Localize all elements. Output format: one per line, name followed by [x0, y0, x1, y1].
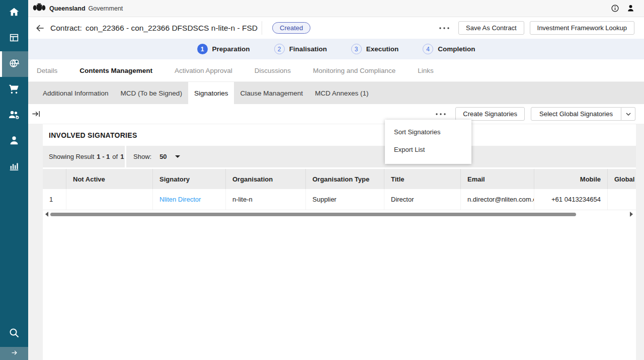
sidebar-item-dashboard[interactable]	[0, 26, 28, 51]
scroll-right-icon[interactable]	[630, 212, 633, 217]
results-count: Showing Result 1 - 1 of 1	[43, 146, 125, 167]
select-global-signatories-button[interactable]: Select Global Signatories	[531, 107, 621, 121]
page-size-value[interactable]: 50	[159, 153, 167, 160]
investment-framework-lookup-button[interactable]: Investment Framework Lookup	[530, 21, 634, 35]
signatories-context-menu: Sort Signatories Export List	[385, 120, 471, 164]
tab-links[interactable]: Links	[418, 67, 434, 74]
results-range: 1 - 1	[97, 153, 110, 160]
tab-discussions[interactable]: Discussions	[255, 67, 291, 74]
tab-monitoring-and-compliance[interactable]: Monitoring and Compliance	[313, 67, 395, 74]
signatories-toolbar: Create Signatories Select Global Signato…	[28, 104, 644, 124]
step-execution[interactable]: 3 Execution	[351, 44, 399, 54]
sidebar-item-suppliers[interactable]	[0, 103, 28, 128]
info-icon[interactable]	[611, 4, 619, 13]
step-label: Finalisation	[289, 45, 327, 53]
cell-global	[607, 189, 636, 210]
back-button[interactable]	[35, 23, 48, 33]
tab-contents-management[interactable]: Contents Management	[79, 67, 152, 74]
step-number: 4	[423, 44, 433, 54]
tab-details[interactable]: Details	[37, 67, 57, 74]
cell-mobile: +61 0413234654	[534, 189, 607, 210]
create-signatories-button[interactable]: Create Signatories	[455, 107, 525, 121]
person-icon	[9, 135, 20, 148]
signatories-more-options-button[interactable]	[432, 110, 449, 119]
scrollbar-thumb[interactable]	[50, 213, 576, 216]
results-total: 1	[120, 153, 124, 160]
globe-search-icon	[9, 57, 20, 71]
show-label: Show:	[133, 153, 151, 160]
brand-suffix: Government	[89, 5, 123, 12]
queensland-government-logo: Queensland Government	[32, 2, 123, 15]
main-tabs: Details Contents Management Activation A…	[28, 59, 644, 82]
save-as-contract-button[interactable]: Save As Contract	[458, 21, 524, 35]
arrow-right-icon	[11, 349, 18, 358]
sidebar-item-sourcing[interactable]	[0, 51, 28, 77]
cell-signatory-link[interactable]: Nliten Director	[152, 189, 225, 210]
cell-index: 1	[43, 189, 66, 210]
table-row: 1 Nliten Director n-lite-n Supplier Dire…	[43, 189, 636, 210]
scroll-left-icon[interactable]	[45, 212, 48, 217]
signatories-table-header: Not Active Signatory Organisation Organi…	[43, 169, 636, 189]
brand-name: Queensland	[49, 5, 86, 12]
bar-chart-icon	[9, 160, 20, 173]
cart-icon	[9, 83, 20, 97]
col-signatory: Signatory	[152, 169, 225, 189]
sidebar-item-search[interactable]	[0, 321, 28, 347]
col-email: Email	[460, 169, 534, 189]
chevron-down-icon[interactable]	[621, 107, 635, 121]
header-more-options-button[interactable]	[436, 24, 453, 33]
sidebar-item-home[interactable]	[0, 0, 28, 26]
cell-title: Director	[384, 189, 460, 210]
step-number: 2	[274, 44, 285, 54]
step-label: Completion	[438, 45, 475, 53]
subtab-clause-management[interactable]: Clause Management	[234, 82, 309, 104]
sidebar-item-profile[interactable]	[0, 128, 28, 154]
step-number: 1	[197, 44, 208, 54]
search-icon	[8, 327, 20, 341]
col-title: Title	[384, 169, 460, 189]
menu-item-sort-signatories[interactable]: Sort Signatories	[385, 123, 471, 141]
sub-tabs: Additional Information MCD (To be Signed…	[28, 82, 644, 104]
dashboard-icon	[9, 32, 20, 45]
step-completion[interactable]: 4 Completion	[423, 44, 475, 54]
subtab-mcd-annexes[interactable]: MCD Annexes (1)	[309, 82, 375, 104]
subtab-mcd-to-be-signed[interactable]: MCD (To be Signed)	[115, 82, 188, 104]
tab-activation-approval[interactable]: Activation Approval	[175, 67, 232, 74]
page-size-dropdown-icon[interactable]	[175, 155, 180, 158]
cell-not-active[interactable]	[66, 189, 152, 210]
sidebar-item-reports[interactable]	[0, 154, 28, 179]
col-organisation-type: Organisation Type	[305, 169, 384, 189]
col-index	[43, 169, 66, 189]
step-preparation[interactable]: 1 Preparation	[197, 44, 250, 54]
col-mobile: Mobile	[534, 169, 607, 189]
col-global: Global	[607, 169, 636, 189]
cell-organisation-type: Supplier	[305, 189, 384, 210]
user-account-icon[interactable]	[626, 4, 635, 13]
home-icon	[9, 7, 20, 20]
menu-item-export-list[interactable]: Export List	[385, 141, 471, 158]
step-finalisation[interactable]: 2 Finalisation	[274, 44, 327, 54]
users-check-icon	[8, 109, 20, 123]
topbar: Queensland Government	[28, 0, 644, 17]
step-label: Execution	[366, 45, 399, 53]
contract-title-bar: Contract: con_22366 - con_22366 DFSDSCS …	[28, 17, 644, 39]
workflow-stepper: 1 Preparation 2 Finalisation 3 Execution…	[28, 39, 644, 59]
contract-label: Contract:	[50, 24, 82, 33]
sidebar	[0, 0, 28, 360]
status-badge: Created	[272, 22, 310, 34]
subtab-additional-information[interactable]: Additional Information	[37, 82, 115, 104]
horizontal-scrollbar[interactable]	[43, 211, 636, 218]
sidebar-expand-button[interactable]	[0, 347, 28, 360]
contract-title: con_22366 - con_22366 DFSDSCS n-lite-n -…	[86, 24, 258, 33]
coat-of-arms-icon	[32, 2, 46, 15]
left-gutter	[28, 124, 43, 360]
collapse-panel-icon[interactable]	[31, 109, 41, 119]
subtab-signatories[interactable]: Signatories	[188, 82, 234, 104]
showing-label: Showing Result	[49, 153, 94, 160]
select-global-signatories-split-button: Select Global Signatories	[531, 107, 635, 121]
sidebar-item-procurement[interactable]	[0, 77, 28, 103]
col-organisation: Organisation	[225, 169, 305, 189]
step-number: 3	[351, 44, 362, 54]
right-gutter	[636, 124, 644, 360]
col-not-active: Not Active	[66, 169, 152, 189]
